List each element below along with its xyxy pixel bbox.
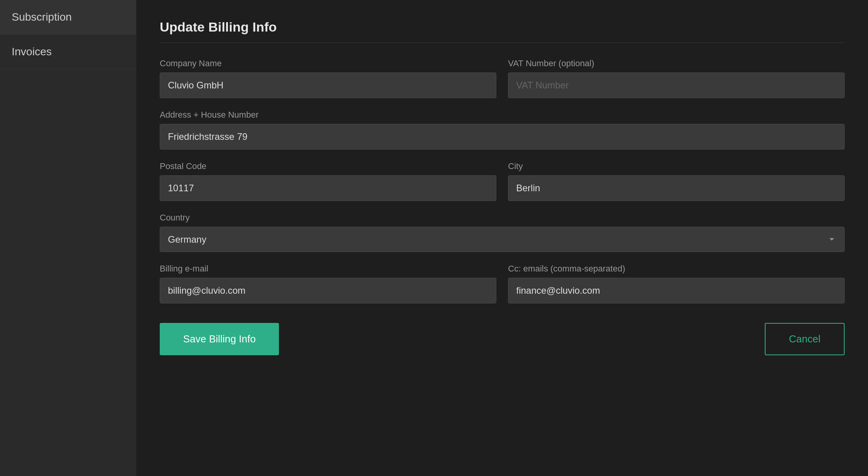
page-title: Update Billing Info bbox=[160, 19, 845, 43]
billing-email-label: Billing e-mail bbox=[160, 264, 496, 274]
country-select[interactable]: Germany Austria Switzerland United State… bbox=[160, 227, 845, 252]
company-name-label: Company Name bbox=[160, 58, 496, 69]
cc-emails-label: Cc: emails (comma-separated) bbox=[508, 264, 845, 274]
sidebar: Subscription Invoices bbox=[0, 0, 136, 476]
vat-number-label: VAT Number (optional) bbox=[508, 58, 845, 69]
billing-form: Company Name VAT Number (optional) Addre… bbox=[160, 58, 845, 355]
form-group-country: Country Germany Austria Switzerland Unit… bbox=[160, 213, 845, 252]
form-group-cc-emails: Cc: emails (comma-separated) bbox=[508, 264, 845, 303]
form-row-postal-city: Postal Code City bbox=[160, 161, 845, 201]
form-row-country: Country Germany Austria Switzerland Unit… bbox=[160, 213, 845, 252]
form-group-city: City bbox=[508, 161, 845, 201]
sidebar-item-subscription[interactable]: Subscription bbox=[0, 0, 136, 35]
city-input[interactable] bbox=[508, 175, 845, 201]
form-group-vat: VAT Number (optional) bbox=[508, 58, 845, 98]
postal-code-input[interactable] bbox=[160, 175, 496, 201]
form-row-company: Company Name VAT Number (optional) bbox=[160, 58, 845, 98]
country-label: Country bbox=[160, 213, 845, 223]
save-billing-info-button[interactable]: Save Billing Info bbox=[160, 323, 279, 355]
form-row-emails: Billing e-mail Cc: emails (comma-separat… bbox=[160, 264, 845, 303]
form-group-billing-email: Billing e-mail bbox=[160, 264, 496, 303]
postal-code-label: Postal Code bbox=[160, 161, 496, 171]
form-actions: Save Billing Info Cancel bbox=[160, 323, 845, 355]
form-row-address: Address + House Number bbox=[160, 110, 845, 150]
form-group-postal-code: Postal Code bbox=[160, 161, 496, 201]
city-label: City bbox=[508, 161, 845, 171]
billing-email-input[interactable] bbox=[160, 278, 496, 303]
address-input[interactable] bbox=[160, 124, 845, 150]
form-group-company-name: Company Name bbox=[160, 58, 496, 98]
address-label: Address + House Number bbox=[160, 110, 845, 120]
main-content: Update Billing Info Company Name VAT Num… bbox=[136, 0, 868, 476]
cc-emails-input[interactable] bbox=[508, 278, 845, 303]
sidebar-item-invoices[interactable]: Invoices bbox=[0, 35, 136, 69]
vat-number-input[interactable] bbox=[508, 72, 845, 98]
cancel-button[interactable]: Cancel bbox=[765, 323, 845, 355]
company-name-input[interactable] bbox=[160, 72, 496, 98]
form-group-address: Address + House Number bbox=[160, 110, 845, 150]
